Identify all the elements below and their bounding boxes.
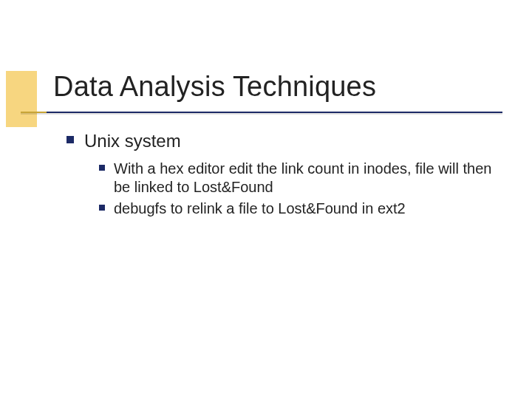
slide: Data Analysis Techniques Unix system Wit… <box>0 0 532 399</box>
title-accent-block <box>6 71 37 127</box>
bullet-level2-text: debugfs to relink a file to Lost&Found i… <box>114 200 406 218</box>
title-underline <box>21 112 502 113</box>
bullet-level2: With a hex editor edit the link count in… <box>99 160 495 197</box>
title-underline-accent <box>21 112 47 113</box>
square-bullet-icon <box>66 136 74 143</box>
slide-body: Unix system With a hex editor edit the l… <box>66 130 495 221</box>
square-bullet-icon <box>99 165 105 171</box>
square-bullet-icon <box>99 205 105 211</box>
bullet-level2: debugfs to relink a file to Lost&Found i… <box>99 200 495 218</box>
bullet-level1: Unix system <box>66 130 495 152</box>
slide-title: Data Analysis Techniques <box>53 71 376 103</box>
bullet-level1-text: Unix system <box>84 130 181 152</box>
sub-bullet-list: With a hex editor edit the link count in… <box>99 160 495 218</box>
bullet-level2-text: With a hex editor edit the link count in… <box>114 160 495 197</box>
